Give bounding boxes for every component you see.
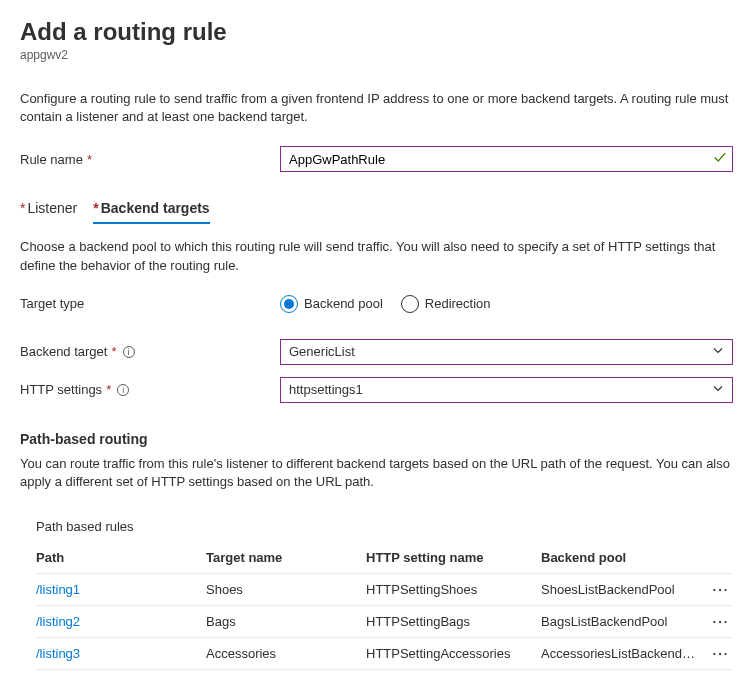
cell-target: Shoes xyxy=(206,582,366,597)
col-target: Target name xyxy=(206,550,366,565)
breadcrumb-context: appgwv2 xyxy=(20,48,733,62)
col-http: HTTP setting name xyxy=(366,550,541,565)
radio-redirection[interactable]: Redirection xyxy=(401,295,491,313)
rule-name-label: Rule name* xyxy=(20,152,280,167)
target-type-label: Target type xyxy=(20,296,280,311)
cell-pool: ShoesListBackendPool xyxy=(541,582,706,597)
path-link[interactable]: /listing2 xyxy=(36,614,206,629)
info-icon[interactable]: i xyxy=(123,346,135,358)
row-menu-button[interactable]: ··· xyxy=(706,614,736,629)
cell-pool: AccessoriesListBackendP… xyxy=(541,646,706,661)
backend-target-label: Backend target* i xyxy=(20,344,280,359)
table-row: /listing3 Accessories HTTPSettingAccesso… xyxy=(36,638,733,670)
radio-backend-pool[interactable]: Backend pool xyxy=(280,295,383,313)
check-icon xyxy=(713,151,727,168)
cell-http: HTTPSettingBags xyxy=(366,614,541,629)
path-rules-table: Path Target name HTTP setting name Backe… xyxy=(36,542,733,670)
cell-http: HTTPSettingShoes xyxy=(366,582,541,597)
cell-http: HTTPSettingAccessories xyxy=(366,646,541,661)
row-menu-button[interactable]: ··· xyxy=(706,646,736,661)
rule-name-input[interactable] xyxy=(280,146,733,172)
backend-desc: Choose a backend pool to which this rout… xyxy=(20,238,733,274)
info-icon[interactable]: i xyxy=(117,384,129,396)
table-row: /listing1 Shoes HTTPSettingShoes ShoesLi… xyxy=(36,574,733,606)
col-pool: Backend pool xyxy=(541,550,706,565)
path-link[interactable]: /listing3 xyxy=(36,646,206,661)
page-title: Add a routing rule xyxy=(20,18,733,46)
tab-backend-targets[interactable]: *Backend targets xyxy=(93,200,209,224)
backend-target-select[interactable]: GenericList xyxy=(280,339,733,365)
path-rules-subheading: Path based rules xyxy=(36,519,733,534)
tab-listener[interactable]: *Listener xyxy=(20,200,77,224)
path-link[interactable]: /listing1 xyxy=(36,582,206,597)
chevron-down-icon xyxy=(712,382,724,397)
chevron-down-icon xyxy=(712,344,724,359)
path-routing-desc: You can route traffic from this rule's l… xyxy=(20,455,733,491)
cell-pool: BagsListBackendPool xyxy=(541,614,706,629)
cell-target: Bags xyxy=(206,614,366,629)
col-path: Path xyxy=(36,550,206,565)
intro-text: Configure a routing rule to send traffic… xyxy=(20,90,733,126)
row-menu-button[interactable]: ··· xyxy=(706,582,736,597)
path-routing-heading: Path-based routing xyxy=(20,431,733,447)
table-row: /listing2 Bags HTTPSettingBags BagsListB… xyxy=(36,606,733,638)
table-header-row: Path Target name HTTP setting name Backe… xyxy=(36,542,733,574)
cell-target: Accessories xyxy=(206,646,366,661)
http-settings-label: HTTP settings* i xyxy=(20,382,280,397)
http-settings-select[interactable]: httpsettings1 xyxy=(280,377,733,403)
